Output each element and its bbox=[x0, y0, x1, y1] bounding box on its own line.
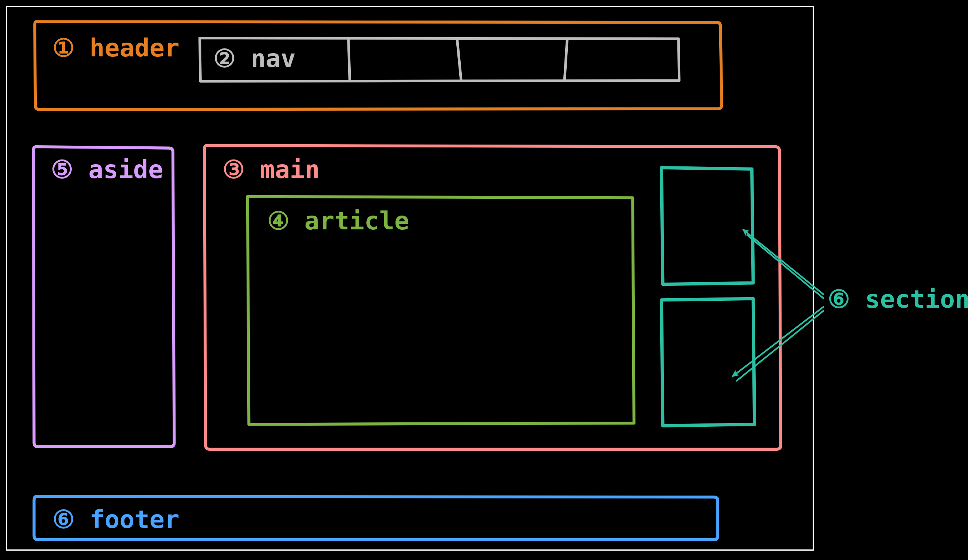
html5-layout-diagram: ① header ② nav ⑤ aside ③ main bbox=[0, 0, 968, 560]
nav-divider-2 bbox=[457, 39, 461, 80]
section-label: ⑥ section bbox=[828, 285, 968, 313]
article-label: ④ article bbox=[267, 207, 409, 235]
svg-line-1 bbox=[747, 235, 824, 298]
nav-name: nav bbox=[250, 44, 295, 73]
region-aside: ⑤ aside bbox=[33, 147, 174, 447]
nav-label: ② nav bbox=[214, 44, 296, 73]
section-box-1 bbox=[661, 168, 753, 284]
region-article: ④ article bbox=[248, 197, 634, 424]
region-nav: ② nav bbox=[200, 38, 679, 81]
main-name: main bbox=[260, 155, 320, 184]
section-arrow-bottom bbox=[733, 307, 824, 381]
header-name: header bbox=[90, 33, 179, 62]
main-box bbox=[204, 145, 781, 449]
aside-box bbox=[33, 147, 174, 447]
aside-num: ⑤ bbox=[51, 155, 73, 184]
section-num: ⑥ bbox=[828, 285, 850, 313]
header-num: ① bbox=[53, 33, 75, 62]
nav-divider-3 bbox=[565, 39, 567, 80]
section-arrow-top bbox=[743, 229, 824, 299]
region-section-bottom bbox=[661, 298, 754, 426]
footer-label: ⑥ footer bbox=[53, 505, 179, 534]
aside-label: ⑤ aside bbox=[51, 155, 163, 184]
svg-line-2 bbox=[733, 307, 824, 376]
header-label: ① header bbox=[53, 33, 179, 62]
main-num: ③ bbox=[222, 155, 245, 184]
nav-num: ② bbox=[214, 44, 235, 73]
svg-line-0 bbox=[743, 229, 824, 295]
section-callout: ⑥ section bbox=[733, 229, 968, 381]
article-num: ④ bbox=[267, 207, 290, 235]
section-name: section bbox=[865, 285, 968, 313]
region-main: ③ main bbox=[204, 145, 781, 449]
region-section-top bbox=[661, 168, 753, 284]
aside-name: aside bbox=[88, 155, 163, 184]
footer-num: ⑥ bbox=[53, 505, 75, 534]
region-footer: ⑥ footer bbox=[34, 496, 718, 540]
main-label: ③ main bbox=[222, 155, 320, 184]
footer-name: footer bbox=[90, 505, 179, 534]
article-name: article bbox=[305, 207, 409, 235]
region-header: ① header bbox=[35, 22, 721, 109]
page-frame bbox=[7, 7, 814, 550]
nav-divider-1 bbox=[348, 39, 350, 80]
section-box-2 bbox=[661, 298, 754, 426]
